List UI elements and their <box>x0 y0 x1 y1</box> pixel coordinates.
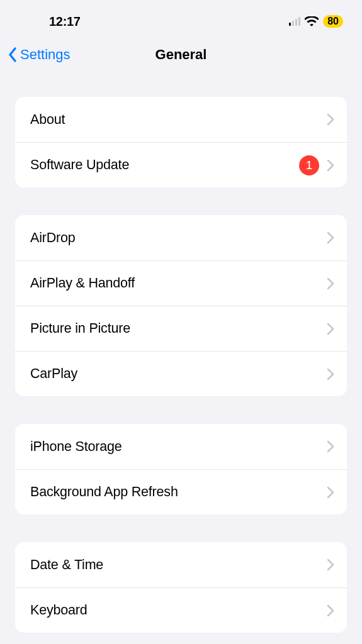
row-iphone-storage[interactable]: iPhone Storage <box>15 424 347 469</box>
row-label: AirDrop <box>30 230 327 246</box>
chevron-right-icon <box>327 440 334 453</box>
row-label: About <box>30 112 327 128</box>
back-button[interactable]: Settings <box>8 47 71 63</box>
chevron-right-icon <box>327 277 334 290</box>
section-storage: iPhone Storage Background App Refresh <box>15 424 347 514</box>
row-background-app-refresh[interactable]: Background App Refresh <box>15 469 347 514</box>
row-picture-in-picture[interactable]: Picture in Picture <box>15 306 347 351</box>
status-time: 12:17 <box>49 14 81 29</box>
chevron-right-icon <box>327 323 334 335</box>
row-label: Date & Time <box>30 557 327 573</box>
chevron-right-icon <box>327 368 334 380</box>
content: About Software Update 1 AirDrop AirPlay … <box>0 97 362 633</box>
row-airplay-handoff[interactable]: AirPlay & Handoff <box>15 260 347 306</box>
row-label: CarPlay <box>30 366 327 382</box>
row-label: Picture in Picture <box>30 321 327 336</box>
status-bar: 12:17 80 <box>0 0 362 36</box>
row-about[interactable]: About <box>15 97 347 142</box>
section-connectivity: AirDrop AirPlay & Handoff Picture in Pic… <box>15 215 347 396</box>
nav-header: Settings General <box>0 36 362 73</box>
chevron-right-icon <box>327 231 334 244</box>
row-airdrop[interactable]: AirDrop <box>15 215 347 260</box>
chevron-right-icon <box>327 486 334 499</box>
chevron-right-icon <box>327 604 334 617</box>
row-label: Keyboard <box>30 602 327 618</box>
cellular-icon <box>289 17 301 26</box>
notification-badge: 1 <box>299 155 319 175</box>
chevron-right-icon <box>327 113 334 126</box>
battery-level: 80 <box>327 16 339 26</box>
chevron-right-icon <box>327 159 334 172</box>
status-indicators: 80 <box>289 15 343 28</box>
battery-indicator: 80 <box>323 15 343 28</box>
wifi-icon <box>305 16 319 26</box>
row-label: iPhone Storage <box>30 439 327 455</box>
row-carplay[interactable]: CarPlay <box>15 351 347 396</box>
row-keyboard[interactable]: Keyboard <box>15 587 347 633</box>
back-label: Settings <box>20 47 71 63</box>
row-label: Software Update <box>30 157 299 173</box>
chevron-right-icon <box>327 558 334 571</box>
row-label: AirPlay & Handoff <box>30 275 327 291</box>
row-software-update[interactable]: Software Update 1 <box>15 142 347 187</box>
row-date-time[interactable]: Date & Time <box>15 542 347 587</box>
row-label: Background App Refresh <box>30 484 327 500</box>
chevron-left-icon <box>8 47 18 62</box>
section-about-update: About Software Update 1 <box>15 97 347 187</box>
page-title: General <box>156 47 207 63</box>
section-date-keyboard: Date & Time Keyboard <box>15 542 347 633</box>
